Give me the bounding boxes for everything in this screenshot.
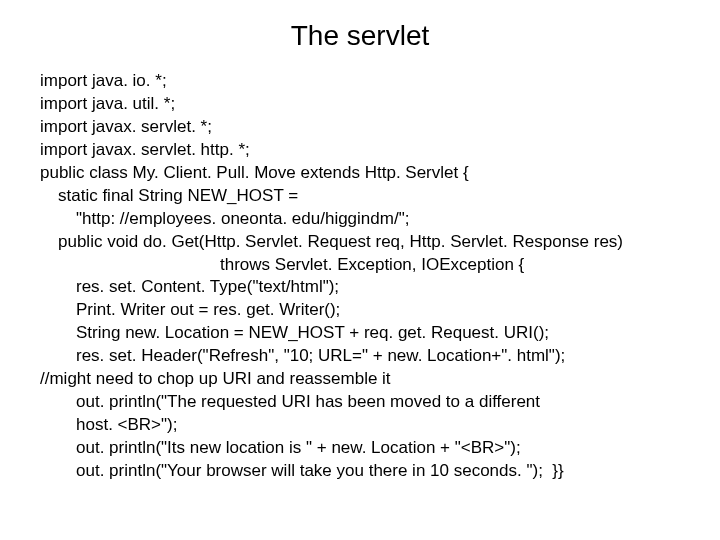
code-line: import java. util. *; [40, 93, 680, 116]
code-line: public void do. Get(Http. Servlet. Reque… [40, 231, 680, 254]
code-line: out. println("The requested URI has been… [40, 391, 680, 414]
code-line: //might need to chop up URI and reassemb… [40, 368, 680, 391]
code-line: out. println("Your browser will take you… [40, 460, 680, 483]
code-block: import java. io. *;import java. util. *;… [40, 70, 680, 483]
code-line: "http: //employees. oneonta. edu/higgind… [40, 208, 680, 231]
code-line: res. set. Header("Refresh", "10; URL=" +… [40, 345, 680, 368]
slide-container: The servlet import java. io. *;import ja… [0, 0, 720, 540]
code-line: Print. Writer out = res. get. Writer(); [40, 299, 680, 322]
code-line: throws Servlet. Exception, IOException { [40, 254, 680, 277]
code-line: String new. Location = NEW_HOST + req. g… [40, 322, 680, 345]
code-line: import javax. servlet. *; [40, 116, 680, 139]
slide-title: The servlet [40, 20, 680, 52]
code-line: public class My. Client. Pull. Move exte… [40, 162, 680, 185]
code-line: res. set. Content. Type("text/html"); [40, 276, 680, 299]
code-line: out. println("Its new location is " + ne… [40, 437, 680, 460]
code-line: import javax. servlet. http. *; [40, 139, 680, 162]
code-line: import java. io. *; [40, 70, 680, 93]
code-line: static final String NEW_HOST = [40, 185, 680, 208]
code-line: host. <BR>"); [40, 414, 680, 437]
